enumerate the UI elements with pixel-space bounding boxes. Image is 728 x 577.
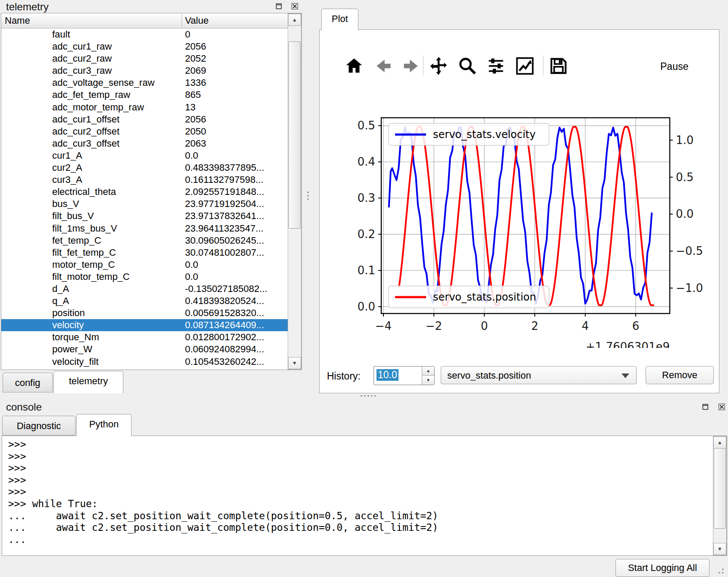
- table-row[interactable]: motor_temp_C0.0: [1, 259, 288, 271]
- svg-text:0.5: 0.5: [676, 171, 693, 184]
- table-row[interactable]: position0.005691528320...: [1, 307, 288, 319]
- console-close-icon[interactable]: [717, 402, 726, 411]
- table-row[interactable]: adc_cur3_raw2069: [1, 65, 288, 77]
- tab-config-label: config: [3, 377, 52, 389]
- row-name: filt_fet_temp_C: [52, 247, 116, 259]
- console-line: >>>: [8, 474, 712, 486]
- svg-text:servo_stats.velocity: servo_stats.velocity: [433, 129, 536, 141]
- telemetry-float-icon[interactable]: [274, 2, 283, 10]
- scroll-up-icon[interactable]: ▲: [288, 14, 301, 26]
- row-value: 1336: [185, 77, 206, 89]
- pause-button[interactable]: Pause: [660, 61, 688, 72]
- column-header-value[interactable]: Value: [185, 13, 209, 28]
- scroll-down-icon[interactable]: ▼: [288, 357, 301, 369]
- row-name: filt_1ms_bus_V: [52, 223, 117, 235]
- table-row[interactable]: q_A0.418393820524...: [1, 295, 288, 307]
- table-row[interactable]: fet_temp_C30.09605026245...: [1, 235, 288, 247]
- table-row[interactable]: power_W0.060924082994...: [1, 343, 288, 355]
- zoom-icon[interactable]: [458, 56, 477, 75]
- table-row[interactable]: adc_cur2_raw2052: [1, 53, 288, 65]
- row-value: 865: [185, 89, 201, 101]
- home-icon[interactable]: [345, 56, 364, 75]
- row-value: 0: [185, 28, 190, 41]
- plot-canvas[interactable]: servo_stats.velocityservo_stats.position…: [335, 87, 704, 348]
- telemetry-close-icon[interactable]: [290, 2, 299, 10]
- telemetry-scrollbar-thumb[interactable]: [289, 41, 301, 229]
- table-row[interactable]: cur2_A0.483398377895...: [1, 162, 288, 174]
- table-row[interactable]: adc_voltage_sense_raw1336: [1, 77, 288, 89]
- column-divider[interactable]: [182, 14, 182, 27]
- table-row[interactable]: filt_motor_temp_C0.0: [1, 271, 288, 283]
- telemetry-row-list: fault0adc_cur1_raw2056adc_cur2_raw2052ad…: [1, 28, 288, 369]
- row-value: 2063: [185, 138, 206, 150]
- tab-config[interactable]: config: [3, 373, 53, 392]
- signal-selector-dropdown[interactable]: servo_stats.position: [441, 366, 637, 384]
- row-name: cur2_A: [52, 162, 82, 174]
- table-row[interactable]: adc_cur1_offset2056: [1, 113, 288, 125]
- svg-text:−0.5: −0.5: [676, 245, 703, 257]
- spin-down-icon[interactable]: ▼: [422, 376, 434, 385]
- table-row[interactable]: torque_Nm0.012800172902...: [1, 331, 288, 343]
- start-logging-button[interactable]: Start Logging All: [615, 559, 709, 577]
- tab-diagnostic[interactable]: Diagnostic: [2, 416, 75, 436]
- row-value: 2069: [185, 65, 206, 77]
- table-row[interactable]: d_A-0.135027185082...: [1, 283, 288, 295]
- table-row[interactable]: bus_V23.97719192504...: [1, 198, 288, 210]
- toolbar-separator: [423, 56, 424, 75]
- history-spinbox[interactable]: 10.0 ▲ ▼: [373, 366, 435, 385]
- tab-plot[interactable]: Plot: [321, 9, 358, 30]
- row-value: 0.0: [185, 150, 198, 162]
- console-output[interactable]: >>>>>>>>>>>>>>>>>> while True:... await …: [2, 436, 727, 556]
- table-row[interactable]: cur1_A0.0: [1, 150, 288, 162]
- tab-telemetry[interactable]: telemetry: [53, 371, 123, 393]
- back-icon[interactable]: [374, 56, 393, 75]
- table-row[interactable]: cur3_A0.161132797598...: [1, 174, 288, 186]
- remove-button[interactable]: Remove: [646, 366, 714, 384]
- save-icon[interactable]: [549, 56, 568, 75]
- svg-text:−1.0: −1.0: [676, 282, 703, 295]
- row-name: adc_fet_temp_raw: [52, 89, 130, 101]
- table-row[interactable]: fault0: [1, 28, 288, 41]
- console-scrollbar-thumb[interactable]: [714, 448, 726, 529]
- table-row[interactable]: velocity_filt0.105453260242...: [1, 356, 288, 368]
- telemetry-table-header[interactable]: Name Value: [1, 13, 301, 28]
- console-scrollbar[interactable]: ▲ ▼: [713, 436, 727, 555]
- pan-icon[interactable]: [429, 56, 448, 75]
- table-row[interactable]: adc_cur1_raw2056: [1, 41, 288, 53]
- history-value[interactable]: 10.0: [377, 369, 399, 381]
- table-row[interactable]: adc_fet_temp_raw865: [1, 89, 288, 101]
- row-value: -0.135027185082...: [185, 283, 267, 295]
- table-row[interactable]: filt_bus_V23.97137832641...: [1, 210, 288, 222]
- table-row[interactable]: adc_cur2_offset2050: [1, 125, 288, 138]
- forward-icon[interactable]: [402, 56, 420, 75]
- table-row[interactable]: velocity0.087134264409...: [1, 319, 288, 331]
- scroll-up-icon[interactable]: ▲: [713, 436, 726, 448]
- row-value: 0.0: [185, 259, 198, 271]
- table-row[interactable]: filt_fet_temp_C30.07481002807...: [1, 247, 288, 259]
- scroll-down-icon[interactable]: ▼: [713, 543, 726, 555]
- chart: servo_stats.velocityservo_stats.position…: [335, 87, 704, 348]
- tab-python-label: Python: [77, 419, 131, 430]
- subplots-icon[interactable]: [486, 56, 505, 75]
- console-line: >>>: [8, 439, 712, 451]
- table-row[interactable]: filt_1ms_bus_V23.96411323547...: [1, 223, 288, 235]
- row-name: q_A: [52, 295, 69, 307]
- row-value: 2.092557191848...: [185, 186, 264, 198]
- column-header-name[interactable]: Name: [5, 13, 30, 28]
- console-float-icon[interactable]: [701, 402, 709, 411]
- row-name: bus_V: [52, 198, 79, 210]
- table-row[interactable]: adc_motor_temp_raw13: [1, 101, 288, 113]
- telemetry-scrollbar[interactable]: ▲ ▼: [288, 13, 301, 370]
- customize-axes-icon[interactable]: [515, 56, 534, 75]
- tab-diagnostic-label: Diagnostic: [3, 420, 75, 432]
- table-row[interactable]: electrical_theta2.092557191848...: [1, 186, 288, 198]
- row-value: 0.161132797598...: [185, 174, 264, 186]
- svg-text:2: 2: [531, 320, 539, 332]
- table-row[interactable]: adc_cur3_offset2063: [1, 138, 288, 150]
- tab-python[interactable]: Python: [76, 414, 132, 436]
- row-name: adc_motor_temp_raw: [52, 101, 144, 113]
- spin-up-icon[interactable]: ▲: [422, 367, 434, 376]
- svg-text:0.4: 0.4: [358, 155, 375, 168]
- console-line: ... await c2.set_position_wait_complete(…: [8, 522, 712, 534]
- svg-text:0.1: 0.1: [358, 264, 375, 277]
